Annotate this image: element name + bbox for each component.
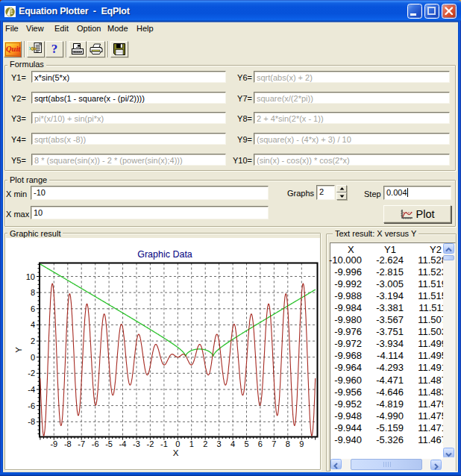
svg-text:X: X xyxy=(173,448,179,457)
